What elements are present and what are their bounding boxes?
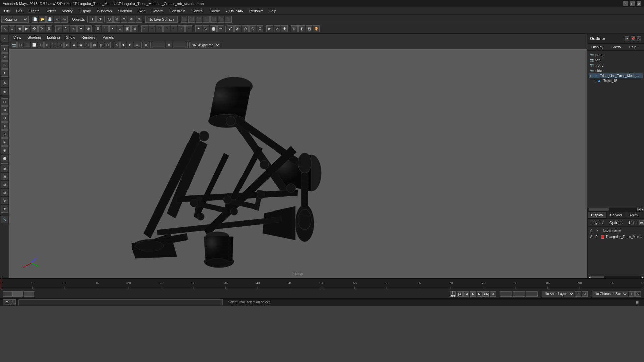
menu-help[interactable]: Help bbox=[266, 8, 279, 14]
go-to-start-btn[interactable]: |◀◀ bbox=[450, 291, 456, 297]
camera-tools-4[interactable]: ⬛ bbox=[203, 16, 210, 23]
camera-tools-2[interactable]: ⬛ bbox=[188, 16, 195, 23]
menu-select[interactable]: Select bbox=[43, 8, 59, 14]
render-button[interactable]: ▶ bbox=[266, 25, 273, 32]
mel-button[interactable]: MEL bbox=[3, 299, 16, 305]
vp-tb-frame-sel[interactable]: ◉ bbox=[71, 42, 77, 48]
insert-joint[interactable]: ⬩ bbox=[163, 25, 170, 32]
outliner-help-btn[interactable]: ? bbox=[625, 36, 629, 41]
lt-btn9[interactable]: ⊞ bbox=[1, 165, 8, 172]
vp-value1-input[interactable]: 0.00 bbox=[152, 42, 165, 48]
outliner-h-thumb[interactable] bbox=[589, 208, 609, 211]
command-line-input[interactable] bbox=[18, 299, 223, 305]
minimize-button[interactable]: — bbox=[623, 1, 628, 6]
mode-select[interactable]: Rigging Animation Polygons Surfaces Dyna… bbox=[1, 16, 29, 23]
motion-trail[interactable]: 〜 bbox=[217, 25, 224, 32]
lt-btn3[interactable]: ⊟ bbox=[1, 114, 8, 122]
snap-to-view[interactable]: □ bbox=[117, 25, 123, 32]
vp-input1-btn[interactable]: ≡ bbox=[166, 42, 172, 48]
layer-subtab-options[interactable]: Options bbox=[607, 220, 625, 225]
vp-tb-shading1[interactable]: ▣ bbox=[78, 42, 84, 48]
menu-skin[interactable]: Skin bbox=[136, 8, 148, 14]
lasso-tool[interactable]: ⊙ bbox=[9, 25, 15, 32]
menu-create[interactable]: Create bbox=[26, 8, 42, 14]
ik-spline[interactable]: ⬩ bbox=[156, 25, 163, 32]
vp-tb-filmgate[interactable]: ⬚ bbox=[17, 42, 23, 48]
play-forward-btn[interactable]: ▶ bbox=[470, 291, 476, 297]
outliner-item-truss-mesh[interactable]: ▶ ⬡ Triangular_Truss_Modul... bbox=[589, 73, 643, 78]
vp-menu-view[interactable]: View bbox=[11, 35, 24, 40]
new-scene-button[interactable]: 📄 bbox=[32, 16, 38, 23]
render-settings-btn[interactable]: ⚙ bbox=[281, 25, 288, 32]
maximize-button[interactable]: □ bbox=[630, 1, 635, 6]
menu-skeleton[interactable]: Skeleton bbox=[115, 8, 135, 14]
deformer-tool[interactable]: ⬡ bbox=[242, 25, 249, 32]
lt-btn14[interactable]: ⊗ bbox=[1, 205, 8, 213]
camera-tools-6[interactable]: ⬛ bbox=[218, 16, 224, 23]
snap-to-surface[interactable]: ▣ bbox=[124, 25, 131, 32]
rotate-tool[interactable]: ↻ bbox=[63, 25, 69, 32]
lt-btn6[interactable]: ◈ bbox=[1, 138, 8, 146]
save-scene-button[interactable]: 💾 bbox=[46, 16, 53, 23]
vp-menu-renderer[interactable]: Renderer bbox=[78, 35, 99, 40]
layer-subtab-layers[interactable]: Layers bbox=[589, 220, 605, 225]
no-character-set-select[interactable]: No Character Set bbox=[592, 291, 628, 297]
ipr-button[interactable]: ▷ bbox=[274, 25, 280, 32]
layer-v-toggle[interactable]: V bbox=[590, 235, 594, 239]
menu-3dstoall[interactable]: -3DsToAll- bbox=[223, 8, 246, 14]
lt-btn13[interactable]: ⊕ bbox=[1, 197, 8, 204]
lt-btn8[interactable]: ⬤ bbox=[1, 155, 8, 162]
ik-tool[interactable]: ⬩ bbox=[149, 25, 155, 32]
joint-tool[interactable]: ⬩ bbox=[141, 25, 148, 32]
play-back-btn[interactable]: ◀ bbox=[463, 291, 469, 297]
display-settings[interactable]: 🎨 bbox=[313, 25, 320, 32]
layer-tab-anim[interactable]: Anim bbox=[626, 212, 641, 218]
menu-display[interactable]: Display bbox=[76, 8, 94, 14]
anim-layer-btn2[interactable]: ⚙ bbox=[582, 291, 588, 297]
vp-menu-lighting[interactable]: Lighting bbox=[44, 35, 63, 40]
anim-start-input[interactable]: 1 bbox=[3, 291, 13, 297]
render-view-btn[interactable]: ◧ bbox=[298, 25, 305, 32]
vp-menu-panels[interactable]: Panels bbox=[100, 35, 117, 40]
lt-btn11[interactable]: ⊡ bbox=[1, 181, 8, 188]
outliner-pin-btn[interactable]: 📌 bbox=[631, 36, 635, 41]
outliner-item-truss15[interactable]: └ ◆ Truss_15 bbox=[589, 78, 643, 83]
universal-left[interactable]: ✦ bbox=[1, 69, 8, 77]
mirror-joint[interactable]: ⬩ bbox=[178, 25, 185, 32]
soft-select[interactable]: ◉ bbox=[85, 25, 92, 32]
orient-joint[interactable]: ⬩ bbox=[185, 25, 192, 32]
layer-row-truss[interactable]: V P Triangular_Truss_Mod... bbox=[589, 234, 643, 239]
select-mode[interactable]: ⬡ bbox=[106, 16, 113, 23]
char-set-btn1[interactable]: + bbox=[629, 291, 635, 297]
outliner-item-side[interactable]: 📷 side bbox=[589, 68, 643, 73]
step-forward-btn[interactable]: ▶| bbox=[477, 291, 483, 297]
outliner-tab-show[interactable]: Show bbox=[609, 44, 624, 50]
lt-btn1[interactable]: ⬡ bbox=[1, 98, 8, 106]
undo-button[interactable]: ↩ bbox=[54, 16, 60, 23]
more-mode[interactable]: ⊗ bbox=[136, 16, 142, 23]
vp-tb-aa[interactable]: A bbox=[134, 42, 140, 48]
snap-to-point[interactable]: • bbox=[109, 25, 116, 32]
move-tool-left[interactable]: ✛ bbox=[1, 45, 8, 53]
layer-tab-display[interactable]: Display bbox=[588, 212, 607, 218]
menu-redshift[interactable]: Redshift bbox=[247, 8, 265, 14]
redo-button[interactable]: ↪ bbox=[61, 16, 68, 23]
vp-tb-xray[interactable]: X bbox=[143, 42, 149, 48]
make-live[interactable]: ⊕ bbox=[131, 25, 138, 32]
snap-settings[interactable]: ⚙ bbox=[96, 16, 103, 23]
scale-tool[interactable]: ⤡ bbox=[70, 25, 77, 32]
camera-tools-7[interactable]: ⬛ bbox=[225, 16, 232, 23]
outliner-close-btn[interactable]: ✕ bbox=[637, 36, 641, 41]
layer-scroll-thumb[interactable] bbox=[591, 276, 604, 278]
outliner-item-top[interactable]: 📷 top bbox=[589, 57, 643, 63]
loop-btn[interactable]: ↺ bbox=[490, 291, 496, 297]
vp-tb-safe[interactable]: ⬜ bbox=[31, 42, 37, 48]
paint-blend[interactable]: 🖌 bbox=[234, 25, 241, 32]
lasso-left[interactable]: ⊙ bbox=[1, 80, 8, 87]
current-frame-input[interactable]: 1 bbox=[13, 291, 23, 297]
vp-tb-pixel[interactable]: ⊟ bbox=[51, 42, 57, 48]
anim-layer-btn1[interactable]: + bbox=[575, 291, 581, 297]
lt-btn10[interactable]: ⊠ bbox=[1, 173, 8, 180]
range-end-input[interactable]: 120 bbox=[500, 291, 512, 297]
menu-deform[interactable]: Deform bbox=[149, 8, 166, 14]
